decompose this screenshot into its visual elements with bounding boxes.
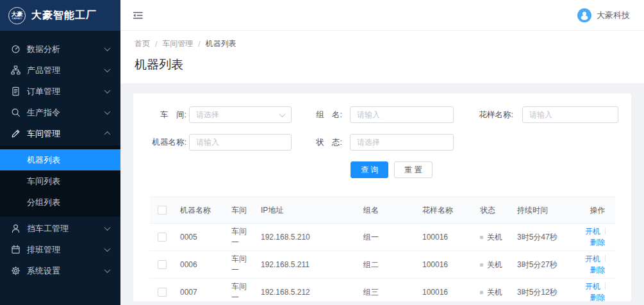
breadcrumb-machine-list: 机器列表 (206, 38, 236, 49)
group-name-label: 组 名: (313, 110, 342, 120)
filter-row-2: 机器名称: 状 态: 请选择 (149, 134, 615, 151)
search-button[interactable]: 查 询 (351, 161, 388, 178)
filter-actions: 查 询 重 置 (351, 161, 615, 178)
breadcrumb-home[interactable]: 首页 (135, 38, 150, 49)
status-select-placeholder: 请选择 (357, 137, 380, 148)
cell-machine-name: 0005 (175, 224, 226, 251)
cell-pattern: 100016 (417, 251, 475, 279)
page-header: 首页 / 车间管理 / 机器列表 机器列表 (120, 31, 644, 83)
chevron-down-icon (104, 87, 111, 94)
table-header-row: 机器名称 车间 IP地址 组名 花样名称 状态 持续时间 操作 (149, 197, 615, 224)
sidebar-item-data-analysis[interactable]: 数据分析 (0, 38, 120, 60)
cell-actions: 开机删除 (580, 251, 615, 279)
column-pattern: 花样名称 (417, 197, 475, 224)
machine-name-label: 机器名称: (149, 137, 186, 148)
user-icon (11, 224, 21, 233)
sidebar-item-production-command[interactable]: 生产指令 (0, 102, 120, 123)
search-icon (11, 108, 21, 117)
sidebar: 大豪 DAHAO 大豪智能工厂 数据分析 产品管理 (0, 0, 120, 305)
column-status: 状态 (475, 197, 512, 224)
cell-actions: 开机删除 (580, 224, 615, 251)
select-all-checkbox[interactable] (158, 206, 167, 215)
cell-status: 关机 (475, 251, 512, 279)
page-title: 机器列表 (135, 56, 630, 73)
cell-ip: 192.168.5.211 (256, 251, 358, 279)
row-checkbox[interactable] (158, 260, 167, 269)
cell-pattern: 100016 (417, 279, 475, 302)
document-icon (11, 87, 21, 96)
pattern-name-label: 花样名称: (477, 110, 513, 120)
row-checkbox[interactable] (158, 288, 167, 297)
workshop-label: 车 间: (149, 110, 186, 120)
pen-icon (11, 129, 21, 138)
power-on-link[interactable]: 开机 (585, 227, 600, 236)
brand-logo[interactable]: 大豪 DAHAO 大豪智能工厂 (0, 0, 120, 31)
sidebar-nav: 数据分析 产品管理 订单管理 生产 (0, 31, 120, 281)
group-name-input[interactable] (350, 106, 454, 123)
sidebar-item-label: 排班管理 (27, 244, 105, 256)
status-select[interactable]: 请选择 (350, 134, 454, 151)
user-menu[interactable]: 大豪科技 (577, 8, 630, 22)
reset-button[interactable]: 重 置 (394, 161, 432, 178)
machine-name-input[interactable] (189, 134, 292, 151)
sidebar-item-shift-management[interactable]: 排班管理 (0, 239, 120, 260)
table-row: 0006 车间一 192.168.5.211 组二 100016 关机 3时5分… (149, 251, 615, 279)
table-row: 0007 车间一 192.168.5.212 组三 100016 关机 3时5分… (149, 279, 615, 302)
main-area: 大豪科技 首页 / 车间管理 / 机器列表 机器列表 车 间: 请选择 (120, 0, 644, 305)
workshop-submenu: 机器列表 车间列表 分组列表 (0, 145, 120, 217)
submenu-item-workshop-list[interactable]: 车间列表 (0, 170, 120, 192)
cell-group: 组三 (358, 279, 417, 302)
cluster-icon (11, 65, 21, 75)
cell-status: 关机 (475, 279, 512, 302)
chevron-down-icon (104, 267, 111, 273)
delete-link[interactable]: 删除 (590, 293, 606, 301)
menu-fold-icon[interactable] (132, 10, 144, 21)
breadcrumb-separator: / (155, 40, 157, 49)
row-checkbox[interactable] (158, 233, 167, 242)
cell-duration: 3时5分27秒 (512, 251, 580, 279)
chevron-down-icon (279, 111, 286, 117)
chevron-down-icon (104, 45, 111, 51)
sidebar-item-order-management[interactable]: 订单管理 (0, 81, 120, 102)
column-actions: 操作 (580, 197, 615, 224)
calendar-icon (11, 245, 21, 254)
sidebar-item-system-settings[interactable]: 系统设置 (0, 260, 120, 281)
sidebar-item-label: 挡车工管理 (27, 223, 105, 235)
top-header: 大豪科技 (120, 0, 644, 31)
workshop-select[interactable]: 请选择 (189, 106, 292, 123)
brand-title: 大豪智能工厂 (31, 9, 97, 22)
breadcrumb-separator: / (198, 40, 200, 49)
pattern-name-input[interactable] (522, 106, 618, 123)
delete-link[interactable]: 删除 (590, 265, 606, 274)
app-window: 大豪 DAHAO 大豪智能工厂 数据分析 产品管理 (0, 0, 644, 305)
workshop-select-placeholder: 请选择 (196, 110, 219, 120)
chevron-down-icon (104, 108, 111, 115)
column-machine-name: 机器名称 (175, 197, 226, 224)
sidebar-item-worker-management[interactable]: 挡车工管理 (0, 218, 120, 239)
machine-list-card: 车 间: 请选择 组 名: 花样名称: (133, 94, 631, 301)
content-area: 车 间: 请选择 组 名: 花样名称: (120, 83, 644, 305)
filter-row-1: 车 间: 请选择 组 名: 花样名称: (149, 106, 615, 123)
status-label: 状 态: (313, 137, 342, 148)
power-on-link[interactable]: 开机 (585, 282, 600, 291)
power-on-link[interactable]: 开机 (585, 254, 600, 263)
submenu-item-machine-list[interactable]: 机器列表 (0, 149, 120, 170)
cell-pattern: 100016 (417, 224, 475, 251)
chevron-up-icon (104, 131, 111, 138)
logo-badge-en: DAHAO (12, 17, 22, 20)
dashboard-icon (11, 44, 21, 54)
sidebar-item-product-management[interactable]: 产品管理 (0, 60, 120, 81)
status-text: 关机 (487, 233, 502, 242)
sidebar-item-workshop-management[interactable]: 车间管理 (0, 123, 120, 144)
sidebar-item-label: 订单管理 (27, 86, 105, 97)
breadcrumb: 首页 / 车间管理 / 机器列表 (135, 38, 630, 49)
sidebar-item-label: 车间管理 (27, 128, 105, 140)
cell-machine-name: 0006 (175, 251, 226, 279)
delete-link[interactable]: 删除 (590, 238, 606, 247)
cell-status: 关机 (475, 224, 512, 251)
avatar (577, 8, 591, 22)
cell-workshop: 车间一 (226, 279, 256, 302)
action-divider (605, 255, 606, 262)
submenu-item-group-list[interactable]: 分组列表 (0, 192, 120, 213)
breadcrumb-workshop-management[interactable]: 车间管理 (162, 38, 193, 49)
